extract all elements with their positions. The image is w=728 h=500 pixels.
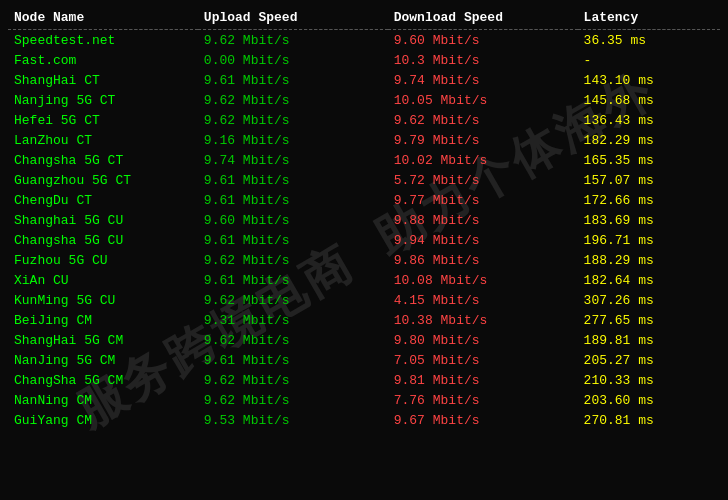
- cell-upload-speed: 9.60 Mbit/s: [198, 210, 388, 230]
- cell-download-speed: 9.74 Mbit/s: [388, 70, 578, 90]
- cell-node-name: BeiJing CM: [8, 310, 198, 330]
- cell-latency: 182.64 ms: [578, 270, 720, 290]
- cell-download-speed: 9.80 Mbit/s: [388, 330, 578, 350]
- cell-upload-speed: 9.16 Mbit/s: [198, 130, 388, 150]
- cell-node-name: Changsha 5G CT: [8, 150, 198, 170]
- cell-latency: -: [578, 50, 720, 70]
- cell-node-name: Fast.com: [8, 50, 198, 70]
- cell-upload-speed: 9.62 Mbit/s: [198, 90, 388, 110]
- cell-node-name: Nanjing 5G CT: [8, 90, 198, 110]
- col-header-latency: Latency: [578, 6, 720, 30]
- table-row: Fuzhou 5G CU9.62 Mbit/s9.86 Mbit/s188.29…: [8, 250, 720, 270]
- cell-upload-speed: 9.61 Mbit/s: [198, 350, 388, 370]
- cell-upload-speed: 9.62 Mbit/s: [198, 110, 388, 130]
- cell-upload-speed: 9.53 Mbit/s: [198, 410, 388, 430]
- table-row: Guangzhou 5G CT9.61 Mbit/s5.72 Mbit/s157…: [8, 170, 720, 190]
- cell-node-name: Speedtest.net: [8, 30, 198, 51]
- cell-upload-speed: 9.74 Mbit/s: [198, 150, 388, 170]
- speed-table: Node Name Upload Speed Download Speed La…: [8, 6, 720, 430]
- cell-download-speed: 9.81 Mbit/s: [388, 370, 578, 390]
- cell-latency: 307.26 ms: [578, 290, 720, 310]
- table-row: NanNing CM9.62 Mbit/s7.76 Mbit/s203.60 m…: [8, 390, 720, 410]
- table-row: Changsha 5G CT9.74 Mbit/s10.02 Mbit/s165…: [8, 150, 720, 170]
- cell-latency: 189.81 ms: [578, 330, 720, 350]
- table-row: NanJing 5G CM9.61 Mbit/s7.05 Mbit/s205.2…: [8, 350, 720, 370]
- table-row: KunMing 5G CU9.62 Mbit/s4.15 Mbit/s307.2…: [8, 290, 720, 310]
- cell-node-name: Fuzhou 5G CU: [8, 250, 198, 270]
- cell-latency: 203.60 ms: [578, 390, 720, 410]
- cell-node-name: KunMing 5G CU: [8, 290, 198, 310]
- cell-download-speed: 9.94 Mbit/s: [388, 230, 578, 250]
- cell-latency: 188.29 ms: [578, 250, 720, 270]
- cell-latency: 183.69 ms: [578, 210, 720, 230]
- table-row: Fast.com0.00 Mbit/s10.3 Mbit/s-: [8, 50, 720, 70]
- table-row: XiAn CU9.61 Mbit/s10.08 Mbit/s182.64 ms: [8, 270, 720, 290]
- cell-latency: 210.33 ms: [578, 370, 720, 390]
- speed-table-wrapper: Node Name Upload Speed Download Speed La…: [8, 6, 720, 430]
- cell-upload-speed: 9.61 Mbit/s: [198, 230, 388, 250]
- cell-node-name: NanJing 5G CM: [8, 350, 198, 370]
- cell-node-name: GuiYang CM: [8, 410, 198, 430]
- table-header-row: Node Name Upload Speed Download Speed La…: [8, 6, 720, 30]
- cell-node-name: LanZhou CT: [8, 130, 198, 150]
- cell-upload-speed: 9.62 Mbit/s: [198, 290, 388, 310]
- cell-upload-speed: 9.62 Mbit/s: [198, 250, 388, 270]
- cell-node-name: ChangSha 5G CM: [8, 370, 198, 390]
- cell-latency: 157.07 ms: [578, 170, 720, 190]
- cell-latency: 143.10 ms: [578, 70, 720, 90]
- table-row: Speedtest.net9.62 Mbit/s9.60 Mbit/s36.35…: [8, 30, 720, 51]
- cell-download-speed: 9.88 Mbit/s: [388, 210, 578, 230]
- main-container: Node Name Upload Speed Download Speed La…: [0, 0, 728, 436]
- cell-node-name: Shanghai 5G CU: [8, 210, 198, 230]
- cell-node-name: ShangHai 5G CM: [8, 330, 198, 350]
- cell-upload-speed: 0.00 Mbit/s: [198, 50, 388, 70]
- cell-download-speed: 9.79 Mbit/s: [388, 130, 578, 150]
- cell-latency: 182.29 ms: [578, 130, 720, 150]
- cell-download-speed: 10.02 Mbit/s: [388, 150, 578, 170]
- table-row: ShangHai CT9.61 Mbit/s9.74 Mbit/s143.10 …: [8, 70, 720, 90]
- cell-download-speed: 9.86 Mbit/s: [388, 250, 578, 270]
- cell-download-speed: 10.38 Mbit/s: [388, 310, 578, 330]
- table-row: GuiYang CM9.53 Mbit/s9.67 Mbit/s270.81 m…: [8, 410, 720, 430]
- cell-download-speed: 9.60 Mbit/s: [388, 30, 578, 51]
- col-header-download: Download Speed: [388, 6, 578, 30]
- table-row: ShangHai 5G CM9.62 Mbit/s9.80 Mbit/s189.…: [8, 330, 720, 350]
- table-row: Changsha 5G CU9.61 Mbit/s9.94 Mbit/s196.…: [8, 230, 720, 250]
- cell-download-speed: 7.05 Mbit/s: [388, 350, 578, 370]
- cell-download-speed: 10.05 Mbit/s: [388, 90, 578, 110]
- cell-node-name: ChengDu CT: [8, 190, 198, 210]
- cell-node-name: Guangzhou 5G CT: [8, 170, 198, 190]
- cell-upload-speed: 9.62 Mbit/s: [198, 330, 388, 350]
- cell-latency: 277.65 ms: [578, 310, 720, 330]
- cell-node-name: ShangHai CT: [8, 70, 198, 90]
- cell-latency: 205.27 ms: [578, 350, 720, 370]
- table-row: Nanjing 5G CT9.62 Mbit/s10.05 Mbit/s145.…: [8, 90, 720, 110]
- cell-download-speed: 5.72 Mbit/s: [388, 170, 578, 190]
- cell-download-speed: 10.08 Mbit/s: [388, 270, 578, 290]
- col-header-node: Node Name: [8, 6, 198, 30]
- table-row: LanZhou CT9.16 Mbit/s9.79 Mbit/s182.29 m…: [8, 130, 720, 150]
- cell-latency: 36.35 ms: [578, 30, 720, 51]
- table-row: Hefei 5G CT9.62 Mbit/s9.62 Mbit/s136.43 …: [8, 110, 720, 130]
- cell-upload-speed: 9.61 Mbit/s: [198, 170, 388, 190]
- cell-latency: 172.66 ms: [578, 190, 720, 210]
- cell-latency: 165.35 ms: [578, 150, 720, 170]
- cell-upload-speed: 9.61 Mbit/s: [198, 190, 388, 210]
- cell-node-name: Hefei 5G CT: [8, 110, 198, 130]
- table-row: ChengDu CT9.61 Mbit/s9.77 Mbit/s172.66 m…: [8, 190, 720, 210]
- col-header-upload: Upload Speed: [198, 6, 388, 30]
- cell-download-speed: 4.15 Mbit/s: [388, 290, 578, 310]
- cell-download-speed: 9.77 Mbit/s: [388, 190, 578, 210]
- cell-latency: 136.43 ms: [578, 110, 720, 130]
- cell-download-speed: 9.67 Mbit/s: [388, 410, 578, 430]
- cell-latency: 145.68 ms: [578, 90, 720, 110]
- cell-latency: 270.81 ms: [578, 410, 720, 430]
- cell-download-speed: 7.76 Mbit/s: [388, 390, 578, 410]
- cell-download-speed: 9.62 Mbit/s: [388, 110, 578, 130]
- table-row: BeiJing CM9.31 Mbit/s10.38 Mbit/s277.65 …: [8, 310, 720, 330]
- cell-node-name: NanNing CM: [8, 390, 198, 410]
- cell-node-name: XiAn CU: [8, 270, 198, 290]
- cell-upload-speed: 9.62 Mbit/s: [198, 390, 388, 410]
- cell-latency: 196.71 ms: [578, 230, 720, 250]
- cell-upload-speed: 9.62 Mbit/s: [198, 370, 388, 390]
